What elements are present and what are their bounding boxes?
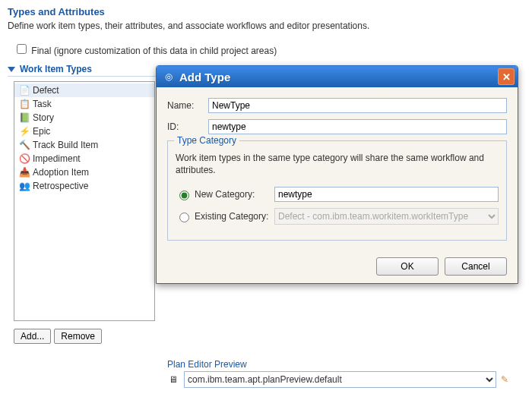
remove-button[interactable]: Remove [54,329,102,344]
existing-category-select: Defect - com.ibm.team.workitem.workItemT… [274,208,499,225]
list-item[interactable]: 🔨 Track Build Item [14,138,154,152]
epic-icon: ⚡ [19,126,30,137]
impediment-icon: 🚫 [19,153,30,164]
final-checkbox-label: Final (ignore customization of this data… [31,46,277,56]
type-category-legend: Type Category [174,135,239,146]
close-icon: ✕ [502,71,511,83]
new-category-radio[interactable] [179,191,189,200]
list-item[interactable]: 📄 Defect [14,83,154,97]
type-category-fieldset: Type Category Work item types in the sam… [167,140,507,241]
list-item-label: Defect [33,85,59,96]
edit-pencil-icon[interactable]: ✎ [501,374,513,385]
list-item-label: Retrospective [33,181,88,191]
plan-preview-icon: 🖥 [167,374,179,385]
list-item-label: Impediment [33,153,81,164]
task-icon: 📋 [19,99,30,109]
final-checkbox-row[interactable]: Final (ignore customization of this data… [14,46,277,56]
list-item-label: Epic [33,126,50,137]
list-item[interactable]: ⚡ Epic [14,124,154,138]
name-input[interactable] [208,98,507,113]
name-label: Name: [167,100,208,111]
retrospective-icon: 👥 [19,181,30,191]
section-twisty-icon [8,67,15,72]
ok-button[interactable]: OK [376,257,439,276]
add-button[interactable]: Add... [14,329,51,344]
page-title: Types and Attributes [8,6,524,17]
adoption-item-icon: 📥 [19,167,30,178]
list-item[interactable]: 🚫 Impediment [14,152,154,165]
list-item[interactable]: 👥 Retrospective [14,179,154,193]
dialog-title-icon: ◎ [163,71,175,83]
page-description: Define work item types, their attributes… [8,20,524,31]
id-input[interactable] [208,119,507,134]
list-item[interactable]: 📥 Adoption Item [14,165,154,179]
list-item-label: Adoption Item [33,167,89,178]
dialog-close-button[interactable]: ✕ [498,68,515,85]
list-item-label: Task [33,99,52,109]
dialog-titlebar[interactable]: ◎ Add Type ✕ [157,66,518,87]
add-type-dialog: ◎ Add Type ✕ Name: ID: Type Category Wor… [156,65,518,284]
plan-editor-preview-select[interactable]: com.ibm.team.apt.planPreview.default [184,371,496,388]
final-checkbox[interactable] [17,44,27,54]
list-item[interactable]: 📗 Story [14,111,154,124]
type-category-description: Work item types in the same type categor… [176,152,499,176]
list-item-label: Track Build Item [33,140,98,150]
work-item-type-list[interactable]: 📄 Defect 📋 Task 📗 Story ⚡ Epic 🔨 Track B… [14,81,155,321]
list-item-label: Story [33,112,54,123]
defect-icon: 📄 [19,85,30,96]
dialog-title: Add Type [179,71,498,83]
existing-category-label: Existing Category: [195,211,268,222]
story-icon: 📗 [19,112,30,123]
section-title: Work Item Types [20,64,92,74]
new-category-label: New Category: [195,189,255,200]
plan-editor-preview-label: Plan Editor Preview [167,359,513,370]
id-label: ID: [167,121,208,132]
new-category-input[interactable] [274,187,499,202]
existing-category-radio[interactable] [179,213,189,222]
cancel-button[interactable]: Cancel [445,257,507,276]
list-item[interactable]: 📋 Task [14,97,154,111]
build-item-icon: 🔨 [19,140,30,150]
